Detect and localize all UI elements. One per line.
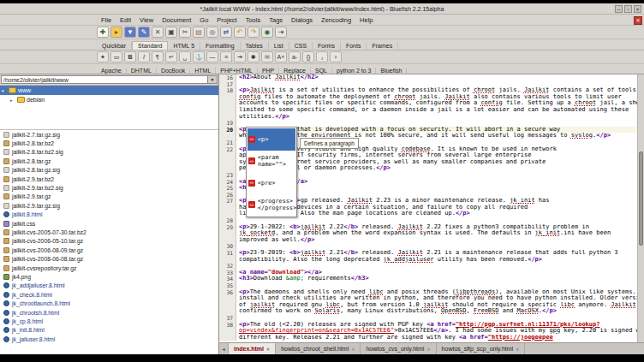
quickbar-tab-tables[interactable]: Tables — [241, 42, 269, 50]
paste-button[interactable]: ▤ — [193, 27, 205, 38]
file-item[interactable]: jailkit-2.9.tar.bz2.sig — [0, 183, 218, 192]
menu-dialogs[interactable]: Dialogs — [287, 16, 317, 24]
quickbar-tab-quickbar[interactable]: Quickbar — [97, 42, 132, 50]
file-item[interactable]: jk4.png — [0, 272, 218, 281]
editor-row[interactable]: 33<a name="download"></a> — [219, 270, 637, 276]
editor-row[interactable]: op=vindex&fingerprint=on&search=0x1AC57E… — [219, 328, 637, 335]
autocomplete-item[interactable]: <><param name=""> — [247, 151, 295, 173]
file-item[interactable]: jk_cp.8.html — [0, 317, 218, 325]
quickbar-tab-standard[interactable]: Standard — [132, 41, 168, 50]
tab-close-icon[interactable]: ✕ — [266, 347, 270, 352]
file-item[interactable]: jk_chrootsh.8.html — [0, 308, 218, 317]
snippet-tab-replace[interactable]: Replace — [279, 68, 311, 74]
snippet-tab-sql[interactable]: SQL — [311, 68, 332, 74]
expander-icon[interactable]: ▾ — [2, 88, 7, 93]
quickbar-tab-frames[interactable]: Frames — [367, 42, 398, 50]
quickbar-tab-fonts[interactable]: Fonts — [341, 42, 367, 50]
menu-edit[interactable]: Edit — [116, 16, 135, 24]
file-item[interactable]: jailkit-2.7.tar.gz.sig — [0, 130, 218, 139]
scrollbar-thumb[interactable] — [639, 151, 643, 246]
file-item[interactable]: jailkit.8.html — [0, 211, 218, 219]
editor-scrollbar[interactable] — [637, 74, 644, 342]
autocomplete-item[interactable]: <><pre> — [247, 172, 295, 194]
snippet-tab-docbook[interactable]: DocBook — [157, 68, 190, 74]
file-item[interactable]: jk_check.8.html — [0, 290, 218, 299]
editor-row[interactable]: accounts to specific files or specific c… — [219, 100, 637, 107]
menu-document[interactable]: Document — [158, 16, 195, 24]
file-item[interactable]: jk_addjailuser.8.html — [0, 282, 218, 290]
editor-row[interactable]: confirmed to work on Solaris, many Linux… — [219, 308, 637, 315]
tree-item-www[interactable]: ▾www — [0, 86, 218, 95]
file-item[interactable]: jailkit-cvs-2006-08-09.tar.gz — [0, 246, 218, 254]
editor-row[interactable]: 16<h2>About Jailkit</h2> — [219, 74, 637, 81]
quickbar-tab-formatting[interactable]: Formatting — [200, 42, 240, 50]
anchor-button[interactable]: ⚓ — [193, 51, 205, 62]
open-file-button[interactable]: ▸ — [110, 27, 122, 38]
redo-button[interactable]: ↷ — [247, 27, 259, 38]
editor-row[interactable]: config files to automate the deployment … — [219, 94, 637, 101]
cut-button[interactable]: ✂ — [179, 27, 191, 38]
file-item[interactable]: jk_init.8.html — [0, 326, 218, 335]
menu-tools[interactable]: Tools — [242, 16, 265, 24]
editor-row[interactable]: 29<p>29-1-2022: <b>jailkit 2.22</b> rele… — [219, 224, 637, 231]
find-button[interactable]: ◎ — [206, 27, 218, 38]
editor-row[interactable]: 19 — [219, 120, 637, 127]
email-button[interactable]: ✉ — [261, 51, 273, 62]
line-break-button[interactable]: ↵ — [165, 51, 177, 62]
horizontal-rule-button[interactable]: ― — [206, 51, 218, 62]
snippet-tab-apache[interactable]: Apache — [97, 68, 127, 74]
editor-area[interactable]: 16<h2>About Jailkit</h2>17 18<p>Jailkit … — [219, 74, 644, 342]
editor-row[interactable]: 37 — [219, 315, 637, 322]
snippet-tab-python-2-to-3[interactable]: python 2 to 3 — [332, 68, 376, 74]
copy-button[interactable]: ▣ — [165, 27, 177, 38]
tab-close-icon[interactable]: ✕ — [351, 347, 355, 352]
save-button[interactable]: ▼ — [124, 27, 136, 38]
editor-row[interactable]: different key. Releases 2.21 and further… — [219, 335, 637, 341]
minimize-button[interactable]: ─ — [615, 5, 623, 13]
menu-go[interactable]: Go — [195, 16, 212, 24]
editor-row[interactable]: improved as well.</p> — [219, 237, 637, 244]
comment-button[interactable]: ✱ — [247, 51, 259, 62]
expander-icon[interactable]: ▸ — [10, 98, 15, 103]
snippet-tab-bluefish[interactable]: Bluefish — [376, 68, 407, 74]
editor-row[interactable]: limited to some specific command, or a d… — [219, 107, 637, 114]
editor-row[interactable]: of jailkit required gnu libc, but from v… — [219, 302, 637, 309]
snippet-tab-dhtml[interactable]: DHTML — [127, 68, 157, 74]
menu-tags[interactable]: Tags — [265, 16, 287, 24]
editor-row[interactable]: 30 — [219, 243, 637, 250]
menu-help[interactable]: Help — [355, 16, 377, 24]
file-item[interactable]: jailkit-cvs-2006-05-10.tar.gz — [0, 237, 218, 246]
editor-row[interactable]: install and check utilities are written … — [219, 295, 637, 302]
quickbar-tab-forms[interactable]: Forms — [313, 42, 341, 50]
document-tab-index.html[interactable]: index.html✕ — [229, 343, 276, 354]
paragraph-button[interactable]: ¶ — [152, 51, 164, 62]
editor-row[interactable]: 28 — [219, 217, 637, 224]
snippet-tab-php[interactable]: PHP — [258, 68, 279, 74]
editor-row[interactable]: 17 — [219, 81, 637, 88]
maximize-button[interactable]: ▫ — [624, 5, 632, 13]
bold-button[interactable]: B — [124, 51, 136, 62]
editor-row[interactable]: 38<p>The old (<2.20) releases are signed… — [219, 322, 637, 329]
file-item[interactable]: jk_jailuser.8.html — [0, 335, 218, 343]
path-dropdown-icon[interactable]: ▼ — [208, 75, 218, 84]
document-tab-howtos_chroot_shell.html[interactable]: howtos_chroot_shell.html✕ — [276, 343, 361, 354]
file-item[interactable]: jailkit-2.8.tar.bz2.sig — [0, 148, 218, 157]
font-size-minus-button[interactable]: a- — [289, 51, 301, 62]
file-item[interactable]: jailkit-cvs-2008-06-08.tar.gz — [0, 254, 218, 263]
file-item[interactable]: jailkit-cvsrepository.tar.gz — [0, 264, 218, 272]
file-item[interactable]: jailkit-cvs-2005-07-30.tar.bz2 — [0, 228, 218, 236]
menu-file[interactable]: File — [97, 16, 116, 24]
editor-row[interactable]: 35 — [219, 282, 637, 289]
quickstart-button[interactable]: ✦ — [97, 51, 109, 62]
autocomplete-item[interactable]: <><p> — [247, 128, 295, 151]
editor-row[interactable]: jk_socketd, and a problem when the word … — [219, 230, 637, 237]
file-item[interactable]: jailkit-2.8.tar.gz — [0, 157, 218, 165]
tab-close-icon[interactable]: ✕ — [426, 347, 430, 352]
new-document-button[interactable]: ✚ — [97, 27, 109, 38]
undo-button[interactable]: ↶ — [234, 27, 246, 38]
indent-button[interactable]: ⇥ — [275, 27, 287, 38]
snippet-tab-php+html[interactable]: PHP+HTML — [216, 68, 258, 74]
editor-row[interactable]: 32 — [219, 263, 637, 270]
close-button[interactable]: ✕ — [634, 5, 641, 13]
menu-project[interactable]: Project — [212, 16, 241, 24]
